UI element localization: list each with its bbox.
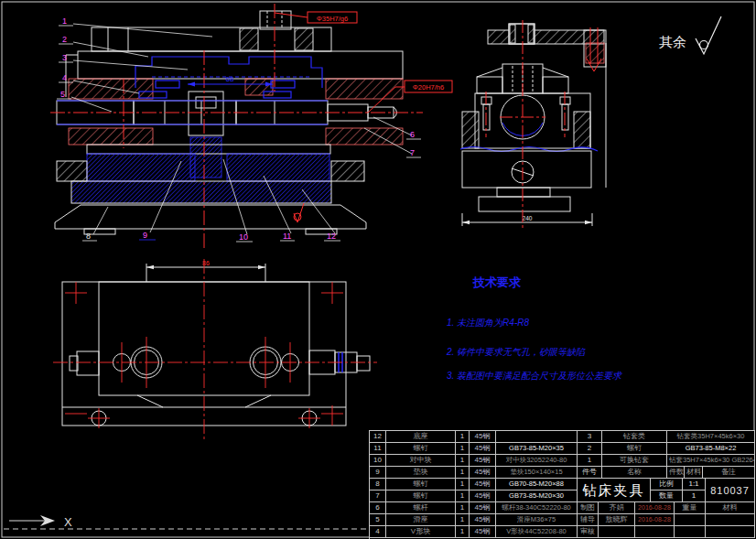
part-remark: 钻套类35H7×45k6×30 <box>667 431 755 443</box>
header-name: 名称 <box>602 467 667 479</box>
part-material: 45钢 <box>470 479 496 490</box>
part-spec: V形块44C52208-80 <box>496 526 578 538</box>
balloon-9: 9 <box>143 231 147 240</box>
part-material: 45钢 <box>470 490 496 502</box>
weight-value <box>675 514 706 526</box>
dim-plan-width: 86 <box>202 260 210 266</box>
table-row: 2 螺钉 GB73-85-M8×22 <box>578 443 755 455</box>
part-spec: 垫块150×140×15 <box>496 467 578 479</box>
part-name: 可换钻套 <box>602 455 667 467</box>
table-row: 11 螺钉 1 45钢 GB73-85-M20×35 <box>370 443 578 455</box>
person-name: 敖晓辉 <box>599 514 635 526</box>
tech-item-1: 1. 未注圆角为R4-R8 <box>447 318 529 328</box>
part-spec: 螺杆38-340C52220-80 <box>496 502 578 514</box>
part-no: 7 <box>370 490 386 502</box>
part-qty: 1 <box>456 455 470 467</box>
table-row: 12 底座 1 45钢 <box>370 431 578 443</box>
part-no: 9 <box>370 467 386 479</box>
date-value <box>635 526 675 538</box>
empty-cell <box>675 526 706 538</box>
part-no: 4 <box>370 526 386 538</box>
dim-right-label: Φ20H7/h6 <box>413 83 444 92</box>
part-qty: 1 <box>456 467 470 479</box>
balloon-4: 4 <box>62 73 67 82</box>
part-no: 2 <box>578 443 602 455</box>
part-name: 螺钉 <box>386 479 456 490</box>
part-spec: GB70-85-M20×88 <box>496 479 578 490</box>
part-name: 钻套类 <box>602 431 667 443</box>
table-row: 7 螺钉 1 45钢 GB73-85-M20×30 <box>370 490 578 502</box>
balloon-1: 1 <box>62 16 67 26</box>
drawing-title: 钻床夹具 <box>578 479 651 502</box>
table-row: 9 垫块 1 45钢 垫块150×140×15 <box>370 467 578 479</box>
part-material: 45钢 <box>470 467 496 479</box>
plan-view: 86 <box>62 260 370 426</box>
part-remark: GB73-85-M8×22 <box>667 443 755 455</box>
part-no: 6 <box>370 502 386 514</box>
table-row: 4 V形块 1 45钢 V形块44C52208-80 <box>370 526 578 538</box>
header-no: 件号 <box>578 467 602 479</box>
part-no: 8 <box>370 479 386 490</box>
part-name: 螺钉 <box>386 490 456 502</box>
signature-row: 审核 <box>578 526 755 538</box>
person-name <box>599 526 635 538</box>
roughness-mark <box>294 203 304 222</box>
part-spec: GB73-85-M20×30 <box>496 490 578 502</box>
surface-finish-note: 其余 <box>659 16 721 54</box>
table-row: 3 钻套类 钻套类35H7×45k6×30 <box>578 431 755 443</box>
material-label: 材料 <box>706 502 755 514</box>
balloon-3: 3 <box>62 53 67 62</box>
header-material: 材料 <box>685 467 703 479</box>
part-name: V形块 <box>386 526 456 538</box>
title-block: 12 底座 1 45钢 11 螺钉 1 45钢 GB73-85-M20×35 1… <box>369 430 755 539</box>
part-name: 对中块 <box>386 455 456 467</box>
part-name: 底座 <box>386 431 456 443</box>
weight-label: 重量 <box>675 502 706 514</box>
part-spec: GB73-85-M20×35 <box>496 443 578 455</box>
part-spec: 对中块32052240-80 <box>496 455 578 467</box>
balloon-7: 7 <box>410 148 415 157</box>
balloon-6: 6 <box>410 130 415 139</box>
part-name: 垫块 <box>386 467 456 479</box>
role-label: 制图 <box>578 502 599 514</box>
part-no: 3 <box>578 431 602 443</box>
part-material: 45钢 <box>470 526 496 538</box>
part-material: 45钢 <box>470 502 496 514</box>
balloon-11: 11 <box>283 232 291 241</box>
part-spec <box>496 431 578 443</box>
tech-requirements: 技术要求 1. 未注圆角为R4-R8 2. 铸件中要求无气孔，砂眼等缺陷 3. … <box>446 275 623 381</box>
header-qty: 件数 <box>667 467 685 479</box>
drawing-number: 810037 <box>706 479 755 502</box>
part-qty: 1 <box>456 502 470 514</box>
part-qty: 1 <box>456 526 470 538</box>
table-header-row: 件号 名称 件数 材料 备注 <box>578 467 755 479</box>
part-no: 12 <box>370 431 386 443</box>
part-no: 10 <box>370 455 386 467</box>
tech-title: 技术要求 <box>472 275 522 289</box>
empty-cell <box>706 526 755 538</box>
part-remark: 钻套35H7×45k6×30 GB2264 <box>667 455 755 467</box>
part-qty: 1 <box>456 443 470 455</box>
date-value: 2016-08-28 <box>635 514 675 526</box>
boxed-dimension-top: Φ35H7/g6 <box>275 12 357 23</box>
part-material: 45钢 <box>470 431 496 443</box>
table-row: 6 螺杆 1 45钢 螺杆38-340C52220-80 <box>370 502 578 514</box>
part-material: 45钢 <box>470 455 496 467</box>
tech-item-3: 3. 装配图中要满足配合尺寸及形位公差要求 <box>447 371 623 381</box>
scale-label: 比例 <box>651 479 683 490</box>
part-no: 5 <box>370 514 386 526</box>
table-row: 5 滑座 1 45钢 滑座M36×75 <box>370 514 578 526</box>
parts-list-left: 12 底座 1 45钢 11 螺钉 1 45钢 GB73-85-M20×35 1… <box>370 431 578 539</box>
part-name: 螺杆 <box>386 502 456 514</box>
main-section-view <box>55 11 403 234</box>
signature-row: 辅导 敖晓辉 2016-08-28 <box>578 514 755 526</box>
axis-label: X <box>64 515 72 529</box>
side-centerlines <box>486 20 565 231</box>
cad-sheet: Φ35H7/g6 Φ20H7/h6 68 <box>0 0 756 539</box>
side-section-view: 240 <box>460 24 606 226</box>
table-row: 1 可换钻套 钻套35H7×45k6×30 GB2264 <box>578 455 755 467</box>
part-no: 11 <box>370 443 386 455</box>
balloon-8: 8 <box>86 232 91 241</box>
role-label: 审核 <box>578 526 599 538</box>
part-qty: 1 <box>456 431 470 443</box>
